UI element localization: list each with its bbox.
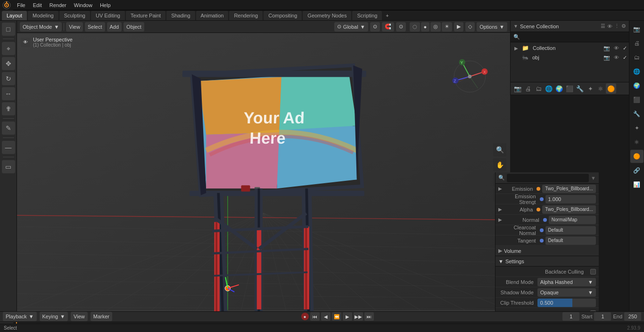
toolbar-add-cube[interactable]: ▭ xyxy=(2,160,15,173)
toolbar-scale[interactable]: ↔ xyxy=(2,87,15,100)
play-reverse-btn[interactable]: ⏪ xyxy=(332,312,341,321)
pivot-point[interactable]: ⊙ xyxy=(370,22,380,32)
emission-expand[interactable]: ▶ xyxy=(498,186,502,191)
prev-frame-btn[interactable]: ◀ xyxy=(321,312,330,321)
menu-help[interactable]: Help xyxy=(96,0,115,10)
menu-render[interactable]: Render xyxy=(46,0,70,10)
outliner-search-input[interactable] xyxy=(522,34,626,40)
tab-compositing[interactable]: Compositing xyxy=(264,11,302,20)
normal-field[interactable]: Normal/Map xyxy=(549,216,596,224)
tab-uv-editing[interactable]: UV Editing xyxy=(91,11,125,20)
props-icon-object-constraint[interactable]: 🔗 xyxy=(630,164,644,177)
props-tab-world[interactable]: 🌍 xyxy=(554,83,564,94)
solid-mode[interactable]: ● xyxy=(421,22,430,32)
outliner-settings-icon[interactable]: ⚙ xyxy=(621,23,626,29)
props-icon-particles[interactable]: ✦ xyxy=(630,121,644,135)
alpha-texture-field[interactable]: Two_Poles_Billboard... xyxy=(542,205,596,214)
props-icon-scene[interactable]: 🌐 xyxy=(630,65,644,78)
tab-layout[interactable]: Layout xyxy=(2,11,27,20)
view-menu-timeline[interactable]: View xyxy=(71,312,88,321)
props-icon-world[interactable]: 🌍 xyxy=(630,79,644,92)
props-tab-particles[interactable]: ✦ xyxy=(585,83,595,94)
object-menu[interactable]: Object xyxy=(124,22,144,32)
clip-threshold-field[interactable]: 0.500 xyxy=(537,299,596,307)
select-menu[interactable]: Select xyxy=(85,22,105,32)
volume-section[interactable]: ▶ Volume xyxy=(495,246,599,256)
outliner-obj-visibility-icon[interactable]: 👁 xyxy=(614,55,619,60)
menu-file[interactable]: File xyxy=(13,0,29,10)
props-tab-render[interactable]: 📷 xyxy=(512,83,523,94)
props-tab-material[interactable]: 🟠 xyxy=(606,83,616,94)
outliner-obj-exclude-icon[interactable]: ✓ xyxy=(623,55,627,61)
viewport-area[interactable]: Object Mode ▼ View Select Add Object ⊙ G… xyxy=(17,21,510,311)
toolbar-move[interactable]: ✥ xyxy=(2,57,15,70)
props-icon-viewlayer[interactable]: 🗂 xyxy=(630,51,644,64)
tab-sculpting[interactable]: Sculpting xyxy=(59,11,90,20)
wireframe-mode[interactable]: ◌ xyxy=(410,22,420,32)
props-icon-render[interactable]: 📷 xyxy=(630,23,644,36)
tab-texture-paint[interactable]: Texture Paint xyxy=(126,11,165,20)
alpha-expand[interactable]: ▶ xyxy=(498,207,502,212)
outliner-item-scene-collection[interactable]: ▶ 📁 Collection 📷 👁 ✓ xyxy=(511,43,629,53)
tab-scripting[interactable]: Scripting xyxy=(352,11,382,20)
outliner-item-obj[interactable]: 🐜 obj 📷 👁 ✓ xyxy=(511,53,629,62)
menu-edit[interactable]: Edit xyxy=(29,0,46,10)
toolbar-measure[interactable]: ― xyxy=(2,141,15,154)
tab-add-button[interactable]: + xyxy=(383,12,391,19)
shadow-mode-dropdown[interactable]: Opaque ▼ xyxy=(537,288,596,297)
props-tab-view-layer[interactable]: 🗂 xyxy=(533,83,544,94)
outliner-render-icon[interactable]: 📷 xyxy=(603,45,610,51)
props-tab-output[interactable]: 🖨 xyxy=(523,83,533,94)
object-mode-dropdown[interactable]: Object Mode ▼ xyxy=(20,22,62,32)
snap-toggle[interactable]: 🧲 xyxy=(382,22,394,32)
settings-section[interactable]: ▼ Settings xyxy=(495,256,599,267)
viewport-nav-zoom[interactable]: 🔍 xyxy=(493,143,506,156)
menu-window[interactable]: Window xyxy=(70,0,96,10)
props-tab-modifier[interactable]: 🔧 xyxy=(575,83,585,94)
toolbar-annotate[interactable]: ✎ xyxy=(2,121,15,135)
options-dropdown[interactable]: Options ▼ xyxy=(477,22,507,32)
props-icon-modifier[interactable]: 🔧 xyxy=(630,107,644,121)
props-icon-physics[interactable]: ⚛ xyxy=(630,136,644,149)
rendered-mode[interactable]: ☀ xyxy=(442,22,452,32)
view-menu[interactable]: View xyxy=(66,22,83,32)
marker-menu[interactable]: Marker xyxy=(91,312,112,321)
outliner-hide-icon[interactable]: ⋮ xyxy=(614,23,619,29)
props-search-close[interactable]: ▼ xyxy=(591,175,596,181)
props-icon-object-data[interactable]: 📊 xyxy=(630,178,644,191)
proportional-edit[interactable]: ⊙ xyxy=(396,22,406,32)
material-preview[interactable]: ◎ xyxy=(430,22,441,32)
normal-expand[interactable]: ▶ xyxy=(498,217,502,222)
toolbar-transform[interactable]: ✟ xyxy=(2,102,15,115)
props-icon-output[interactable]: 🖨 xyxy=(630,37,644,50)
jump-end-btn[interactable]: ⏭ xyxy=(364,312,374,321)
props-tab-scene[interactable]: 🌐 xyxy=(544,83,554,94)
tab-animation[interactable]: Animation xyxy=(196,11,229,20)
props-tab-physics[interactable]: ⚛ xyxy=(595,83,606,94)
add-menu[interactable]: Add xyxy=(107,22,122,32)
props-tab-object[interactable]: ⬛ xyxy=(564,83,575,94)
record-btn[interactable]: ● xyxy=(301,313,309,320)
start-frame-input[interactable]: 1 xyxy=(594,312,611,321)
keying-menu[interactable]: Keying ▼ xyxy=(40,312,68,321)
toolbar-rotate[interactable]: ↻ xyxy=(2,72,15,85)
viewport-nav-hand[interactable]: ✋ xyxy=(493,158,506,171)
props-search-input[interactable] xyxy=(507,174,589,182)
outliner-view-icon[interactable]: 👁 xyxy=(607,24,612,29)
props-icon-object[interactable]: ⬛ xyxy=(630,93,644,106)
end-frame-input[interactable]: 250 xyxy=(624,312,641,321)
clearcoat-normal-field[interactable]: Default xyxy=(545,226,596,235)
play-btn[interactable]: ▶ xyxy=(343,312,352,321)
overlay-toggle[interactable]: ▶ xyxy=(454,22,463,32)
global-local-toggle[interactable]: ⊙ Global ▼ xyxy=(334,22,368,32)
emission-texture-field[interactable]: Two_Poles_Billboard... xyxy=(542,185,596,193)
blend-mode-dropdown[interactable]: Alpha Hashed ▼ xyxy=(537,278,596,286)
outliner-obj-render-icon[interactable]: 📷 xyxy=(603,55,610,61)
tab-shading[interactable]: Shading xyxy=(166,11,195,20)
playback-menu[interactable]: Playback ▼ xyxy=(3,312,37,321)
current-frame-input[interactable]: 1 xyxy=(562,312,579,321)
toolbar-select-box[interactable]: □ xyxy=(2,23,15,36)
tab-geometry-nodes[interactable]: Geometry Nodes xyxy=(303,11,351,20)
backface-culling-checkbox[interactable] xyxy=(590,269,596,275)
next-frame-btn[interactable]: ▶▶ xyxy=(354,312,363,321)
